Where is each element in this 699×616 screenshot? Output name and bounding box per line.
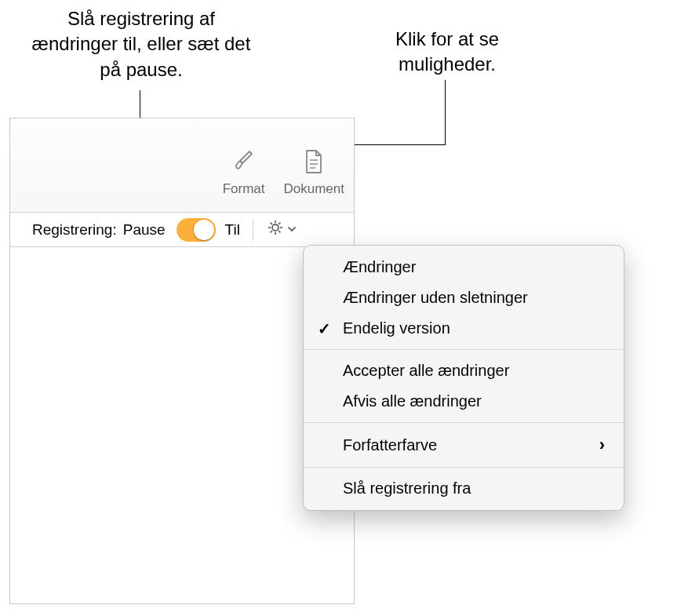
document-label: Dokument <box>284 181 344 197</box>
menu-separator <box>304 467 624 468</box>
menu-item-label: Slå registrering fra <box>343 479 471 498</box>
callout-line <box>445 80 446 145</box>
svg-point-3 <box>272 224 279 231</box>
gear-icon <box>266 218 285 241</box>
menu-item-label: Ændringer <box>343 258 416 276</box>
document-button[interactable]: Dokument <box>284 148 344 197</box>
callout-options: Klik for at se muligheder. <box>369 27 526 78</box>
menu-item-final-version[interactable]: ✓ Endelig version <box>304 313 624 344</box>
menu-item-label: Forfatterfarve <box>343 436 437 454</box>
format-button[interactable]: Format <box>223 148 265 197</box>
callout-toggle-tracking: Slå registrering af ændringer til, eller… <box>31 6 251 82</box>
format-label: Format <box>223 181 265 197</box>
chevron-right-icon: › <box>599 435 605 455</box>
paintbrush-icon <box>231 148 257 177</box>
svg-line-10 <box>271 231 272 232</box>
svg-line-8 <box>271 223 272 224</box>
menu-separator <box>304 422 624 423</box>
menu-item-turn-off-tracking[interactable]: Slå registrering fra <box>304 473 624 504</box>
callout-line <box>340 144 446 145</box>
tracking-pause-label: Pause <box>123 221 166 239</box>
menu-separator <box>304 349 624 350</box>
menu-item-label: Accepter alle ændringer <box>343 362 509 380</box>
tracking-on-label: Til <box>225 221 240 239</box>
toggle-knob <box>194 220 214 240</box>
toolbar: Format Dokument <box>10 118 354 213</box>
menu-item-label: Afvis alle ændringer <box>343 392 482 410</box>
tracking-options-button[interactable] <box>266 218 297 241</box>
menu-item-label: Endelig version <box>343 319 450 337</box>
menu-item-author-color[interactable]: Forfatterfarve › <box>304 428 624 461</box>
divider <box>253 219 253 241</box>
menu-item-changes-without-deletions[interactable]: Ændringer uden sletninger <box>304 282 624 313</box>
menu-item-label: Ændringer uden sletninger <box>343 289 528 307</box>
svg-line-11 <box>279 223 280 224</box>
tracking-label: Registrering: <box>32 221 117 239</box>
menu-item-changes[interactable]: Ændringer <box>304 252 624 282</box>
check-icon: ✓ <box>318 319 331 338</box>
chevron-down-icon <box>286 221 297 239</box>
tracking-toggle[interactable] <box>177 218 216 242</box>
tracking-options-menu: Ændringer Ændringer uden sletninger ✓ En… <box>303 245 624 511</box>
document-icon <box>301 148 326 177</box>
tracking-bar: Registrering: Pause Til <box>10 213 354 247</box>
menu-item-accept-all[interactable]: Accepter alle ændringer <box>304 355 624 386</box>
menu-item-reject-all[interactable]: Afvis alle ændringer <box>304 386 624 417</box>
svg-line-9 <box>279 231 280 232</box>
